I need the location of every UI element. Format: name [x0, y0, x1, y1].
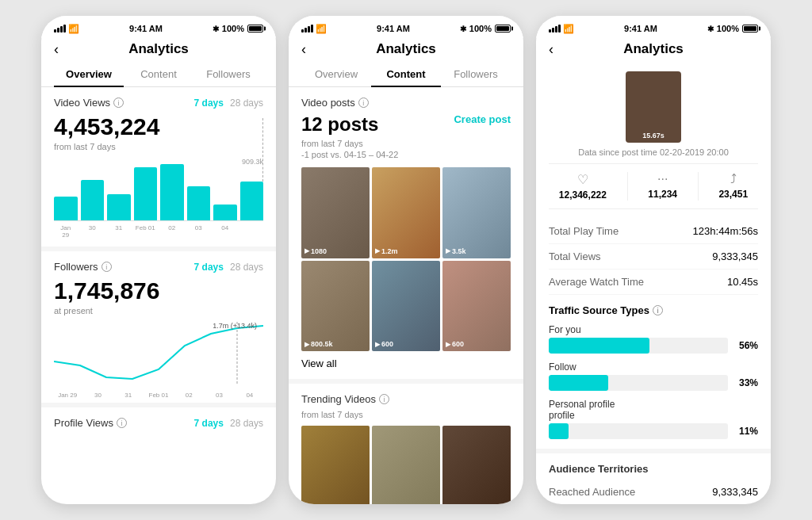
reached-audience-value: 9,333,345	[712, 486, 758, 498]
video-views-info-icon[interactable]: i	[113, 98, 124, 108]
profile-views-info-icon[interactable]: i	[117, 418, 127, 428]
followers-svg	[54, 322, 263, 385]
video-thumb-6[interactable]: ▶ 600	[442, 261, 511, 352]
video-posts-info-icon[interactable]: i	[358, 98, 369, 108]
followers-info-icon[interactable]: i	[102, 262, 112, 272]
filter-28days-pv[interactable]: 28 days	[230, 418, 263, 429]
video-posts-title: Video posts i	[301, 97, 369, 109]
trending-thumb-3[interactable]	[442, 426, 511, 504]
tab-overview-2[interactable]: Overview	[301, 62, 371, 86]
followers-header: Followers i 7 days 28 days	[54, 261, 263, 273]
trending-thumb-2[interactable]	[372, 426, 440, 504]
tab-followers-1[interactable]: Followers	[193, 62, 263, 86]
filter-7days-vv[interactable]: 7 days	[194, 98, 224, 109]
label-jan29: Jan29	[54, 224, 78, 239]
shares-value: 23,451	[718, 189, 748, 200]
video-count-5: ▶ 600	[375, 340, 393, 348]
status-left-1: 📶	[54, 24, 79, 34]
video-thumb-4[interactable]: ▶ 800.5k	[301, 261, 370, 352]
video-count-1: ▶ 1080	[304, 247, 327, 255]
back-button-1[interactable]: ‹	[54, 41, 59, 58]
bar-6	[187, 186, 211, 220]
label-04: 04	[213, 224, 237, 239]
bar-3	[107, 194, 131, 220]
traffic-row-foryou: For you 56%	[549, 324, 758, 354]
traffic-bar-bg-profile	[549, 423, 728, 439]
phone-header-1: ‹ Analytics	[41, 38, 276, 62]
view-all-button[interactable]: View all	[301, 358, 511, 369]
comment-icon: ···	[657, 172, 668, 186]
bar-2	[81, 180, 105, 220]
phone-content-3: 15.67s Data since post time 02-20-2019 2…	[536, 62, 771, 504]
video-posts-section-header: Video posts i	[301, 97, 511, 109]
traffic-bar-fill-foryou	[549, 338, 649, 354]
time-display-3: 9:41 AM	[624, 24, 657, 33]
traffic-row-profile: Personal profileprofile 11%	[549, 399, 758, 439]
create-post-button[interactable]: Create post	[454, 113, 511, 125]
video-thumb-1[interactable]: ▶ 1080	[301, 167, 370, 258]
ll-03: 03	[205, 392, 232, 399]
tab-overview-1[interactable]: Overview	[54, 62, 124, 86]
chart-annotation: 1.7m (+13.4k)	[213, 322, 257, 330]
bar-5	[160, 164, 184, 220]
traffic-pct-foryou: 56%	[734, 340, 758, 351]
bluetooth-icon-3: ✱	[707, 25, 714, 33]
video-views-title: Video Views i	[54, 97, 124, 109]
video-thumb-2[interactable]: ▶ 1.2m	[372, 167, 440, 258]
trending-thumb-1[interactable]	[301, 426, 370, 504]
battery-icon-3	[742, 25, 758, 32]
posts-header: 12 posts Create post	[301, 113, 511, 136]
stat-comments: ··· 11,234	[648, 172, 677, 201]
tabs-overview: Overview Content Followers	[41, 62, 276, 87]
video-thumb-3[interactable]: ▶ 3.5k	[442, 167, 511, 258]
video-views-subtext: from last 7 days	[54, 142, 263, 151]
phone-analytics-detail: 📶 9:41 AM ✱ 100% ‹ Analytics 15.67s Data…	[536, 16, 771, 504]
time-display-2: 9:41 AM	[377, 24, 410, 33]
status-left-2: 📶	[301, 24, 327, 34]
label-03: 03	[187, 224, 211, 239]
status-bar-1: 📶 9:41 AM ✱ 100%	[41, 16, 276, 38]
divider-2	[41, 403, 276, 407]
label-feb01: Feb 01	[134, 224, 158, 239]
bar-8	[240, 182, 264, 220]
followers-chart: 1.7m (+13.4k) Jan 29 30 31 Feb 01 02 03 …	[54, 322, 263, 393]
tab-followers-2[interactable]: Followers	[441, 62, 511, 86]
traffic-bar-bg-follow	[549, 375, 728, 391]
traffic-bar-fill-profile	[549, 423, 569, 439]
video-count-3: ▶ 3.5k	[446, 247, 466, 255]
video-count-4: ▶ 800.5k	[304, 340, 333, 348]
followers-title: Followers i	[54, 261, 112, 273]
tab-content-1[interactable]: Content	[124, 62, 193, 86]
back-button-3[interactable]: ‹	[549, 41, 553, 58]
filter-7days-f[interactable]: 7 days	[194, 262, 224, 273]
bluetooth-icon-2: ✱	[460, 25, 466, 33]
filter-28days-f[interactable]: 28 days	[230, 262, 263, 273]
likes-value: 12,346,222	[559, 189, 607, 201]
reached-audience-row: Reached Audience 9,333,345	[549, 480, 758, 504]
total-play-time-row: Total Play Time 123h:44m:56s	[549, 219, 758, 244]
video-preview[interactable]: 15.67s	[626, 71, 681, 143]
phone-content-2: Video posts i 12 posts Create post from …	[289, 87, 523, 504]
avg-watch-time-row: Average Watch Time 10.45s	[549, 270, 758, 295]
traffic-row-follow: Follow 33%	[549, 361, 758, 391]
video-count-6: ▶ 600	[446, 340, 464, 348]
phone-content-1: Video Views i 7 days 28 days 4,453,224 f…	[41, 87, 276, 504]
trending-info-icon[interactable]: i	[379, 394, 389, 404]
traffic-info-icon[interactable]: i	[653, 305, 663, 315]
stats-row: ♡ 12,346,222 ··· 11,234 ⤴ 23,451	[549, 163, 758, 209]
signal-icon	[54, 25, 66, 32]
tab-content-2[interactable]: Content	[371, 62, 441, 86]
filter-7days-pv[interactable]: 7 days	[194, 418, 224, 429]
video-views-time-filters: 7 days 28 days	[194, 98, 263, 109]
posts-sub1: from last 7 days	[301, 139, 511, 148]
video-thumb-5[interactable]: ▶ 600	[372, 261, 440, 352]
traffic-label-foryou: For you	[549, 324, 758, 335]
phone-overview: 📶 9:41 AM ✱ 100% ‹ Analytics Overview Co…	[41, 16, 276, 504]
filter-28days-vv[interactable]: 28 days	[230, 98, 263, 109]
back-button-2[interactable]: ‹	[301, 41, 306, 58]
status-right-1: ✱ 100%	[213, 24, 263, 33]
traffic-label-profile: Personal profileprofile	[549, 399, 758, 421]
profile-views-header: Profile Views i 7 days 28 days	[54, 417, 263, 429]
battery-icon-1	[247, 25, 263, 32]
label-02: 02	[160, 224, 184, 239]
